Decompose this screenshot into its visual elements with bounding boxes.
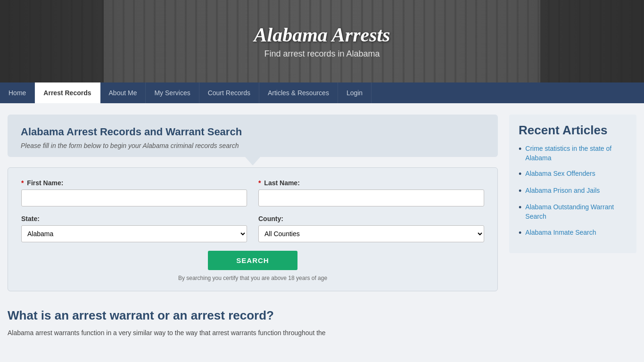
search-card-title: Alabama Arrest Records and Warrant Searc… [21,126,485,138]
article-link-1[interactable]: Crime statistics in the state of Alabama [525,144,627,163]
nav-court-records[interactable]: Court Records [199,82,259,103]
sidebar-heading: Recent Articles [519,123,627,138]
article-link-4[interactable]: Alabama Outstanding Warrant Search [525,203,627,221]
article-link-2[interactable]: Alabama Sex Offenders [525,169,595,179]
nav-articles[interactable]: Articles & Resources [259,82,338,103]
search-card-subtitle: Please fill in the form below to begin y… [21,142,485,149]
hero-hands-left [0,0,104,82]
last-name-group: * Last Name: [258,179,484,206]
list-item: • Crime statistics in the state of Alaba… [519,144,627,163]
list-item: • Alabama Inmate Search [519,228,627,239]
bullet-icon: • [519,203,521,213]
site-title: Alabama Arrests [254,24,390,46]
search-form-card: * First Name: * Last Name: State: [8,167,498,291]
sidebar-card: Recent Articles • Crime statistics in th… [509,115,636,253]
search-disclaimer: By searching you certify that you are ab… [21,275,484,281]
nav-arrest-records[interactable]: Arrest Records [35,82,100,103]
search-button[interactable]: SEARCH [208,251,297,270]
list-item: • Alabama Prison and Jails [519,186,627,197]
sidebar: Recent Articles • Crime statistics in th… [509,115,636,253]
last-name-required: * [258,179,261,187]
list-item: • Alabama Sex Offenders [519,169,627,180]
county-label: County: [258,215,484,222]
search-btn-row: SEARCH [21,251,484,270]
main-content: Alabama Arrest Records and Warrant Searc… [8,115,498,338]
state-select[interactable]: Alabama [21,225,247,242]
first-name-label: * First Name: [21,179,247,187]
nav-about-me[interactable]: About Me [100,82,146,103]
bullet-icon: • [519,186,521,197]
location-row: State: Alabama County: All Counties [21,215,484,242]
sidebar-articles-list: • Crime statistics in the state of Alaba… [519,144,627,238]
search-header-card: Alabama Arrest Records and Warrant Searc… [8,115,498,157]
nav-login[interactable]: Login [338,82,372,103]
article-title: What is an arrest warrant or an arrest r… [8,308,498,323]
main-nav: Home Arrest Records About Me My Services… [0,82,644,103]
last-name-label: * Last Name: [258,179,484,187]
nav-home[interactable]: Home [0,82,35,103]
first-name-group: * First Name: [21,179,247,206]
article-body: Alabama arrest warrants function in a ve… [8,328,498,338]
county-select[interactable]: All Counties [258,225,484,242]
first-name-required: * [21,179,24,187]
first-name-input[interactable] [21,189,247,206]
hero-content: Alabama Arrests Find arrest records in A… [254,24,390,59]
page-body: Alabama Arrest Records and Warrant Searc… [0,103,644,349]
bullet-icon: • [519,144,521,155]
bullet-icon: • [519,228,521,239]
last-name-input[interactable] [258,189,484,206]
state-label: State: [21,215,247,222]
list-item: • Alabama Outstanding Warrant Search [519,203,627,221]
article-section: What is an arrest warrant or an arrest r… [8,308,498,338]
article-link-3[interactable]: Alabama Prison and Jails [525,186,600,196]
county-group: County: All Counties [258,215,484,242]
site-subtitle: Find arrest records in Alabama [254,49,390,59]
article-link-5[interactable]: Alabama Inmate Search [525,228,596,238]
name-row: * First Name: * Last Name: [21,179,484,206]
hero-banner: Alabama Arrests Find arrest records in A… [0,0,644,82]
state-group: State: Alabama [21,215,247,242]
nav-services[interactable]: My Services [146,82,199,103]
bullet-icon: • [519,169,521,180]
hero-hands-right [540,0,644,82]
